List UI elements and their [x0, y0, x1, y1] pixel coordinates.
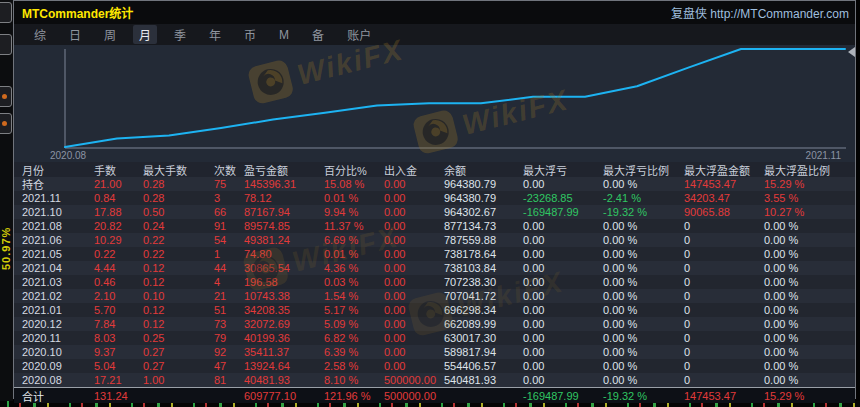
- table-row-cell: 2020.12: [22, 318, 94, 330]
- table-row-cell: 0.25: [143, 332, 214, 344]
- table-row-cell: 15.08 %: [324, 178, 384, 190]
- menu-item-ri[interactable]: 日: [63, 25, 87, 44]
- table-header-cell[interactable]: 次数: [214, 162, 244, 178]
- table-row-cell: 32072.69: [244, 318, 324, 330]
- table-row-cell: 0.12: [143, 318, 214, 330]
- table-row-cell: 6.39 %: [324, 346, 384, 358]
- table-row-cell: 持仓: [22, 176, 94, 192]
- table-row-cell: 0.00 %: [764, 318, 859, 330]
- table-header-cell[interactable]: 最大浮盈比例: [764, 162, 859, 178]
- table-row-cell: 0: [684, 304, 764, 316]
- table-row-cell: 9.37: [94, 346, 143, 358]
- table-row-cell: 0.00: [384, 206, 444, 218]
- table-row[interactable]: 2020.095.040.274713924.642.58 %0.0055440…: [14, 359, 855, 373]
- x-axis-end-label: 2021.11: [806, 150, 841, 161]
- table-row-cell: 3.55 %: [764, 192, 859, 204]
- table-row-cell: 0.00 %: [603, 290, 684, 302]
- table-header-cell[interactable]: 最大浮亏: [523, 162, 603, 178]
- table-row-cell: 2020.10: [22, 346, 94, 358]
- menu-item-yue[interactable]: 月: [133, 25, 157, 44]
- table-row-cell: 662089.99: [444, 318, 523, 330]
- table-total-row-cell: 147453.47: [684, 390, 764, 402]
- table-row-cell: 0.00 %: [603, 234, 684, 246]
- menu-item-m[interactable]: M: [273, 27, 295, 43]
- table-row-cell: 0.00: [384, 360, 444, 372]
- table-row-cell: 589817.94: [444, 346, 523, 358]
- background-toolbar-button[interactable]: [0, 2, 12, 23]
- chart-scroll-arrow-icon[interactable]: [848, 47, 855, 57]
- table-row-cell: 0.00 %: [764, 374, 859, 386]
- table-row[interactable]: 2021.0610.290.225449381.246.69 %0.007875…: [14, 233, 855, 247]
- table-header-cell[interactable]: 最大浮亏比例: [603, 162, 684, 178]
- table-row-cell: 90065.88: [684, 206, 764, 218]
- table-row[interactable]: 2021.044.440.124430865.544.36 %0.0073810…: [14, 261, 855, 275]
- table-header-cell[interactable]: 出入金: [384, 162, 444, 178]
- table-row-cell: 696298.34: [444, 304, 523, 316]
- table-row-cell: 0.00 %: [603, 374, 684, 386]
- menu-bar: 综日周月季年币M备账户: [14, 24, 855, 45]
- table-row-cell: 0.00 %: [603, 304, 684, 316]
- table-header-cell[interactable]: 最大浮盈金额: [684, 162, 764, 178]
- table-row-cell: 554406.57: [444, 360, 523, 372]
- table-row[interactable]: 2021.110.840.28378.120.01 %0.00964380.79…: [14, 191, 855, 205]
- table-row-cell: 11.37 %: [324, 220, 384, 232]
- table-header-cell[interactable]: 余额: [444, 162, 523, 178]
- table-row-cell: 15.29 %: [764, 178, 859, 190]
- table-row-cell: 0.00 %: [603, 332, 684, 344]
- background-toolbar-button[interactable]: [0, 86, 12, 107]
- table-row-cell: 500000.00: [384, 374, 444, 386]
- table-row-cell: 40481.93: [244, 374, 324, 386]
- table-row[interactable]: 2021.015.700.125134208.355.17 %0.0069629…: [14, 303, 855, 317]
- menu-item-bi[interactable]: 币: [238, 25, 262, 44]
- table-row[interactable]: 2021.0820.820.249189574.8511.37 %0.00877…: [14, 219, 855, 233]
- table-row-cell: 6.82 %: [324, 332, 384, 344]
- table-row[interactable]: 2021.030.460.124196.580.03 %0.00707238.3…: [14, 275, 855, 289]
- brand-link-label: 复盘侠 http://MTCommander.com: [671, 4, 849, 21]
- table-row-cell: 2021.08: [22, 220, 94, 232]
- table-total-row-cell: -19.32 %: [603, 390, 684, 402]
- table-header-cell[interactable]: 最大手数: [143, 162, 214, 178]
- x-axis-start-label: 2020.08: [50, 150, 86, 161]
- table-row-cell: 0.01 %: [324, 192, 384, 204]
- table-row-cell: 8.03: [94, 332, 143, 344]
- table-row-cell: 0.01 %: [324, 248, 384, 260]
- menu-item-ji[interactable]: 季: [168, 25, 192, 44]
- menu-item-zhanghu[interactable]: 账户: [341, 25, 377, 44]
- table-row-cell: 147453.47: [684, 178, 764, 190]
- table-row-cell: 0.00 %: [764, 360, 859, 372]
- table-row-cell: 47: [214, 360, 244, 372]
- table-row-cell: 877134.73: [444, 220, 523, 232]
- table-row-cell: 4.36 %: [324, 262, 384, 274]
- table-header[interactable]: 月份手数最大手数次数盈亏金额百分比%出入金余额最大浮亏最大浮亏比例最大浮盈金额最…: [14, 162, 855, 177]
- table-row[interactable]: 2020.127.840.127332072.695.09 %0.0066208…: [14, 317, 855, 331]
- menu-item-zonghe[interactable]: 综: [28, 25, 52, 44]
- table-row-cell: 0.12: [143, 262, 214, 274]
- table-row-cell: 0.00: [384, 304, 444, 316]
- table-row-cell: 34203.47: [684, 192, 764, 204]
- table-row[interactable]: 2020.0817.211.008140481.938.10 %500000.0…: [14, 373, 855, 387]
- table-row-cell: 73: [214, 318, 244, 330]
- table-row-cell: 75: [214, 178, 244, 190]
- table-row-cell: 30865.54: [244, 262, 324, 274]
- table-header-cell[interactable]: 手数: [94, 162, 143, 178]
- table-header-cell[interactable]: 盈亏金额: [244, 162, 324, 178]
- table-header-cell[interactable]: 百分比%: [324, 162, 384, 178]
- table-row-cell: 87167.94: [244, 206, 324, 218]
- title-bar: MTCommander统计 复盘侠 http://MTCommander.com: [14, 1, 855, 24]
- background-toolbar-button[interactable]: [0, 34, 12, 55]
- menu-item-nian[interactable]: 年: [203, 25, 227, 44]
- table-row[interactable]: 2020.109.370.279235411.376.39 %0.0058981…: [14, 345, 855, 359]
- table-row[interactable]: 2021.022.100.102110743.381.54 %0.0070704…: [14, 289, 855, 303]
- table-row-cell: 0.00: [523, 346, 603, 358]
- menu-item-zhou[interactable]: 周: [98, 25, 122, 44]
- menu-item-bei[interactable]: 备: [306, 25, 330, 44]
- table-row-cell: 0.00 %: [764, 220, 859, 232]
- table-row[interactable]: 持仓21.000.2875145396.3115.08 %0.00964380.…: [14, 177, 855, 191]
- background-toolbar-button[interactable]: [0, 113, 12, 134]
- table-total-row[interactable]: 合计131.24609777.10121.96 %500000.00-16948…: [14, 387, 855, 403]
- table-row-cell: 2021.04: [22, 262, 94, 274]
- table-row-cell: 0.00: [523, 332, 603, 344]
- table-row[interactable]: 2021.1017.880.506687167.949.94 %0.009643…: [14, 205, 855, 219]
- table-row[interactable]: 2020.118.030.257940199.366.82 %0.0063001…: [14, 331, 855, 345]
- table-row[interactable]: 2021.050.220.22174.800.01 %0.00738178.64…: [14, 247, 855, 261]
